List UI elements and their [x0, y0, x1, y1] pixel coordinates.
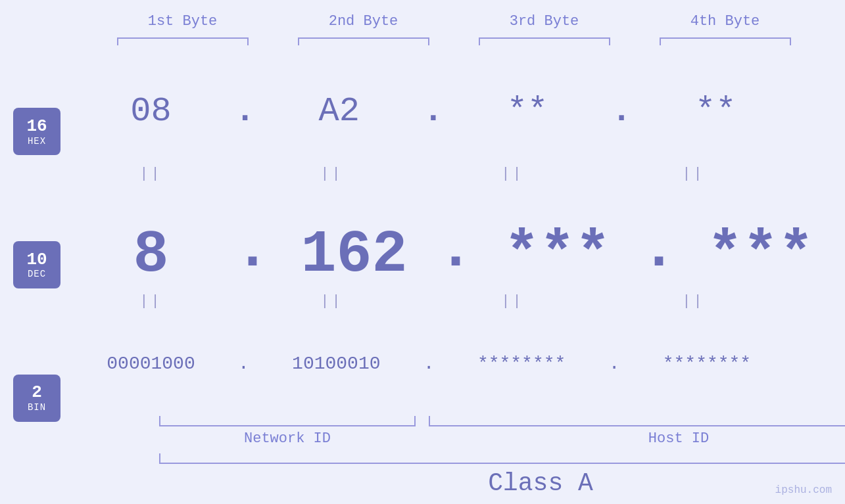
hex-value-1: 08: [130, 92, 171, 131]
bin-value-3: ********: [477, 354, 566, 374]
hex-cell-4: **: [625, 92, 806, 131]
bin-value-4: ********: [663, 354, 751, 374]
dec-cell-2: 162: [264, 221, 445, 288]
badge-bin: 2 BIN: [13, 375, 60, 422]
hex-cell-1: 08: [60, 92, 241, 131]
badge-bin-label: BIN: [28, 402, 46, 413]
bracket-line-1: [117, 37, 249, 45]
badge-dec-num: 10: [26, 250, 47, 269]
byte3-header: 3rd Byte: [454, 13, 635, 30]
equals-row-2: || || || ||: [60, 291, 845, 311]
dec-value-3: ***: [504, 221, 611, 288]
byte4-header: 4th Byte: [635, 13, 815, 30]
bin-cell-2: 10100010: [246, 354, 427, 374]
badge-hex-num: 16: [26, 117, 47, 136]
bottom-brackets: [153, 416, 845, 426]
eq1-3: ||: [422, 164, 603, 183]
hex-value-4: **: [695, 92, 736, 131]
dec-cell-1: 8: [60, 221, 241, 288]
dec-cell-4: ***: [670, 221, 845, 288]
bottom-labels: Network ID Host ID: [153, 430, 845, 447]
host-bracket: [429, 416, 845, 426]
network-id-label: Network ID: [159, 430, 416, 447]
main-container: 1st Byte 2nd Byte 3rd Byte 4th Byte 16 H…: [0, 0, 845, 504]
eq1-1: ||: [60, 164, 241, 183]
eq2-3: ||: [422, 291, 603, 311]
bin-value-1: 00001000: [107, 354, 195, 374]
footer-text: ipshu.com: [775, 484, 832, 496]
dec-row: 8 . 162 . *** . ***: [60, 183, 845, 291]
dec-value-4: ***: [708, 221, 814, 288]
bin-cell-4: ********: [616, 354, 797, 374]
byte2-header: 2nd Byte: [273, 13, 454, 30]
badge-bin-num: 2: [32, 383, 42, 402]
host-id-label: Host ID: [429, 430, 845, 447]
hex-cell-3: **: [437, 92, 617, 131]
bracket-2: [273, 34, 454, 45]
dec-value-2: 162: [301, 221, 408, 288]
eq2-4: ||: [603, 291, 784, 311]
byte-headers: 1st Byte 2nd Byte 3rd Byte 4th Byte: [92, 13, 845, 30]
hex-value-3: **: [507, 92, 548, 131]
outer-bracket: [159, 453, 845, 464]
bracket-1: [92, 34, 273, 45]
badge-dec: 10 DEC: [13, 241, 60, 288]
hex-value-2: A2: [319, 92, 360, 131]
bracket-line-3: [479, 37, 610, 45]
bracket-4: [635, 34, 815, 45]
badge-hex: 16 HEX: [13, 108, 60, 155]
hex-row: 08 . A2 . ** . **: [60, 58, 845, 164]
network-bracket: [159, 416, 416, 426]
bin-row: 00001000 . 10100010 . ******** . *******…: [60, 311, 845, 416]
dec-value-1: 8: [133, 221, 168, 288]
badge-hex-label: HEX: [28, 136, 46, 147]
byte1-header: 1st Byte: [92, 13, 273, 30]
eq1-4: ||: [603, 164, 784, 183]
bracket-line-4: [660, 37, 791, 45]
bracket-3: [454, 34, 635, 45]
bin-cell-1: 00001000: [60, 354, 241, 374]
bin-value-2: 10100010: [292, 354, 380, 374]
eq2-1: ||: [60, 291, 241, 311]
bin-cell-3: ********: [431, 354, 612, 374]
bottom-area: Network ID Host ID Class A: [153, 416, 845, 504]
bracket-line-2: [298, 37, 429, 45]
badge-dec-label: DEC: [28, 269, 46, 279]
eq2-2: ||: [241, 291, 422, 311]
class-label: Class A: [153, 469, 845, 497]
dec-cell-3: ***: [467, 221, 648, 288]
eq1-2: ||: [241, 164, 422, 183]
top-bracket-row: [92, 34, 845, 45]
equals-row-1: || || || ||: [60, 164, 845, 183]
badges-column: 16 HEX 10 DEC 2 BIN: [0, 58, 60, 504]
content-area: 16 HEX 10 DEC 2 BIN 08 . A2: [0, 58, 845, 504]
grid-area: 08 . A2 . ** . ** || || || ||: [60, 58, 845, 504]
hex-cell-2: A2: [249, 92, 429, 131]
